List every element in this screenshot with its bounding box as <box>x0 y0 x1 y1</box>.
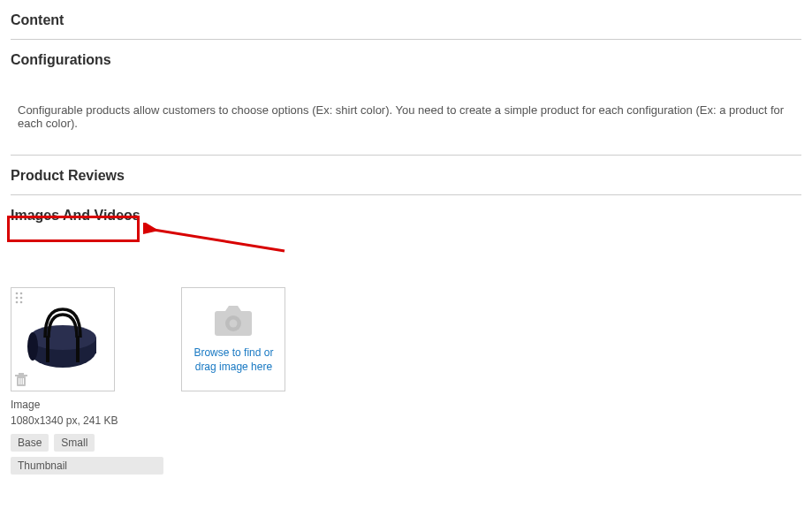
svg-point-9 <box>29 325 96 350</box>
svg-point-4 <box>20 297 23 300</box>
section-header-content[interactable]: Content <box>11 0 801 40</box>
upload-text: Browse to find or drag image here <box>182 346 285 374</box>
section-title: Images And Videos <box>11 208 140 223</box>
svg-point-10 <box>27 332 38 361</box>
image-resolution: 1080x1340 px, 241 KB <box>11 413 163 429</box>
product-image-tile[interactable] <box>11 287 115 391</box>
image-column: Image 1080x1340 px, 241 KB Base Small Th… <box>11 287 163 475</box>
image-role-tag: Base <box>11 434 49 452</box>
section-header-images-and-videos[interactable]: Images And Videos <box>11 195 801 234</box>
image-role-tags: Base Small Thumbnail <box>11 434 163 475</box>
svg-point-1 <box>16 292 19 295</box>
image-meta: Image 1080x1340 px, 241 KB <box>11 397 163 429</box>
image-caption: Image <box>11 397 163 413</box>
configurations-description-text: Configurable products allow customers to… <box>18 103 784 130</box>
svg-rect-15 <box>19 373 24 375</box>
svg-rect-16 <box>19 378 19 384</box>
svg-rect-14 <box>15 375 27 376</box>
svg-rect-11 <box>46 336 49 362</box>
section-header-product-reviews[interactable]: Product Reviews <box>11 156 801 195</box>
svg-point-5 <box>16 301 19 304</box>
section-title: Configurations <box>11 52 111 67</box>
camera-icon <box>213 304 254 338</box>
image-gallery: Image 1080x1340 px, 241 KB Base Small Th… <box>11 287 801 475</box>
svg-point-2 <box>20 292 23 295</box>
svg-rect-17 <box>20 378 21 384</box>
section-title: Content <box>11 12 64 27</box>
section-header-configurations[interactable]: Configurations <box>11 40 801 79</box>
svg-rect-18 <box>23 378 24 384</box>
svg-rect-12 <box>76 336 80 362</box>
image-role-tag: Thumbnail <box>11 457 163 475</box>
product-thumbnail-image <box>20 300 105 375</box>
configurations-description: Configurable products allow customers to… <box>11 79 801 156</box>
section-title: Product Reviews <box>11 168 125 183</box>
svg-point-21 <box>230 320 238 328</box>
image-role-tag: Small <box>54 434 95 452</box>
upload-image-tile[interactable]: Browse to find or drag image here <box>181 287 285 391</box>
delete-icon[interactable] <box>15 373 27 387</box>
svg-point-3 <box>16 297 19 300</box>
